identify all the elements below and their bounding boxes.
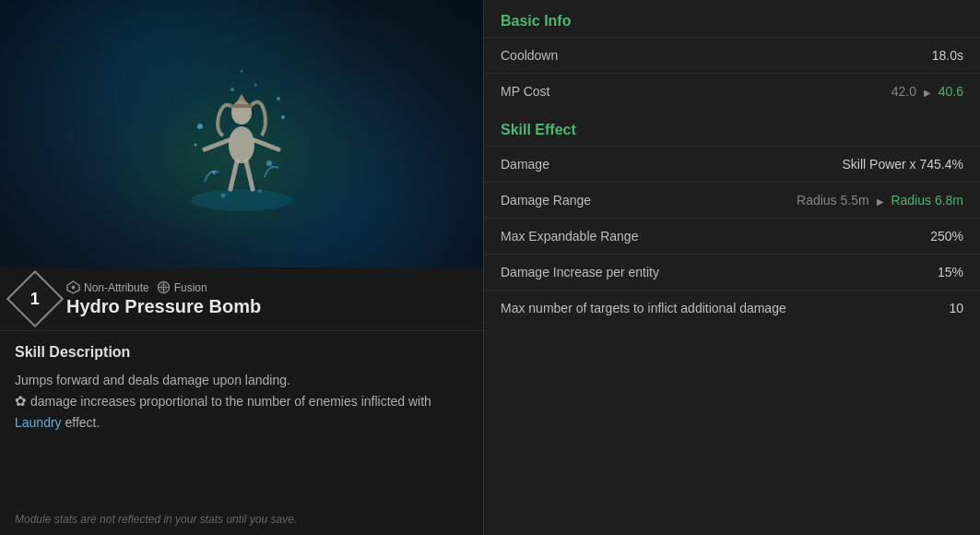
- svg-line-6: [246, 161, 253, 189]
- damage-range-arrow: ▶: [877, 196, 884, 207]
- right-panel: Basic Info Cooldown 18.0s MP Cost 42.0 ▶…: [484, 0, 980, 535]
- svg-line-3: [205, 140, 229, 149]
- skill-level: 1: [30, 289, 40, 308]
- cooldown-label: Cooldown: [501, 48, 558, 63]
- damage-increase-row: Damage Increase per entity 15%: [484, 254, 980, 290]
- laundry-link[interactable]: Laundry: [15, 415, 62, 430]
- svg-point-21: [72, 286, 76, 290]
- max-expandable-range-label: Max Expandable Range: [501, 229, 638, 244]
- svg-point-11: [230, 88, 234, 91]
- max-expandable-range-row: Max Expandable Range 250%: [484, 218, 980, 254]
- svg-line-4: [254, 140, 278, 149]
- svg-point-7: [197, 124, 203, 129]
- skill-image-background: [0, 0, 483, 268]
- damage-row: Damage Skill Power x 745.4%: [484, 146, 980, 182]
- mp-cost-label: MP Cost: [501, 84, 549, 99]
- svg-point-10: [266, 160, 272, 166]
- skill-tags: Non-Attribute Fusion: [66, 280, 261, 294]
- max-targets-label: Max number of targets to inflict additio…: [501, 301, 786, 315]
- damage-range-label: Damage Range: [501, 193, 591, 208]
- footer-note: Module stats are not reflected in your s…: [0, 505, 483, 535]
- mp-cost-old: 42.0: [891, 84, 916, 99]
- svg-point-8: [281, 115, 285, 119]
- skill-header: 1 Non-Attribute: [0, 268, 483, 331]
- tag-non-attribute: Non-Attribute: [66, 280, 149, 294]
- skill-image: [0, 0, 483, 268]
- damage-range-row: Damage Range Radius 5.5m ▶ Radius 6.8m: [484, 182, 980, 218]
- skill-level-badge: 1: [6, 270, 64, 327]
- damage-increase-value: 15%: [938, 265, 963, 279]
- tag-fusion-label: Fusion: [174, 281, 207, 294]
- basic-info-header: Basic Info: [484, 0, 980, 37]
- svg-point-1: [229, 126, 254, 163]
- mp-cost-value: 42.0 ▶ 40.6: [891, 84, 963, 99]
- damage-range-new: Radius 6.8m: [891, 193, 963, 208]
- character-svg: [177, 43, 306, 228]
- svg-point-13: [277, 97, 280, 101]
- desc-line3: effect.: [62, 415, 100, 430]
- desc-line2: damage increases proportional to the num…: [30, 394, 431, 409]
- desc-icon: ✿: [15, 393, 27, 409]
- svg-point-12: [254, 83, 257, 86]
- svg-rect-19: [230, 104, 253, 108]
- damage-range-value: Radius 5.5m ▶ Radius 6.8m: [797, 193, 963, 208]
- skill-name: Hydro Pressure Bomb: [66, 296, 261, 317]
- max-targets-value: 10: [949, 301, 963, 315]
- left-panel: 1 Non-Attribute: [0, 0, 484, 535]
- max-expandable-range-value: 250%: [930, 229, 963, 244]
- mp-cost-new: 40.6: [939, 84, 963, 99]
- description-title: Skill Description: [15, 344, 468, 361]
- mp-cost-arrow: ▶: [924, 88, 931, 98]
- svg-point-17: [241, 69, 243, 72]
- skill-effect-header: Skill Effect: [484, 109, 980, 146]
- svg-point-16: [258, 189, 262, 193]
- desc-line1: Jumps forward and deals damage upon land…: [15, 373, 290, 387]
- tag-non-attribute-label: Non-Attribute: [84, 281, 149, 294]
- svg-point-15: [221, 193, 226, 197]
- max-targets-row: Max number of targets to inflict additio…: [484, 290, 980, 326]
- tag-fusion: Fusion: [157, 280, 207, 294]
- svg-point-0: [191, 189, 292, 211]
- svg-line-5: [230, 161, 237, 189]
- cooldown-row: Cooldown 18.0s: [484, 37, 980, 73]
- non-attribute-icon: [66, 280, 80, 294]
- damage-label: Damage: [501, 157, 549, 172]
- description-text: Jumps forward and deals damage upon land…: [15, 370, 468, 434]
- description-section: Skill Description Jumps forward and deal…: [0, 331, 483, 505]
- cooldown-value: 18.0s: [932, 48, 963, 63]
- skill-name-wrap: Non-Attribute Fusion Hydro Pressure Bomb: [66, 280, 261, 317]
- damage-range-old: Radius 5.5m: [797, 193, 869, 208]
- mp-cost-row: MP Cost 42.0 ▶ 40.6: [484, 73, 980, 109]
- damage-value: Skill Power x 745.4%: [842, 157, 963, 172]
- svg-point-14: [195, 143, 197, 146]
- fusion-icon: [157, 280, 171, 294]
- damage-increase-label: Damage Increase per entity: [501, 265, 659, 279]
